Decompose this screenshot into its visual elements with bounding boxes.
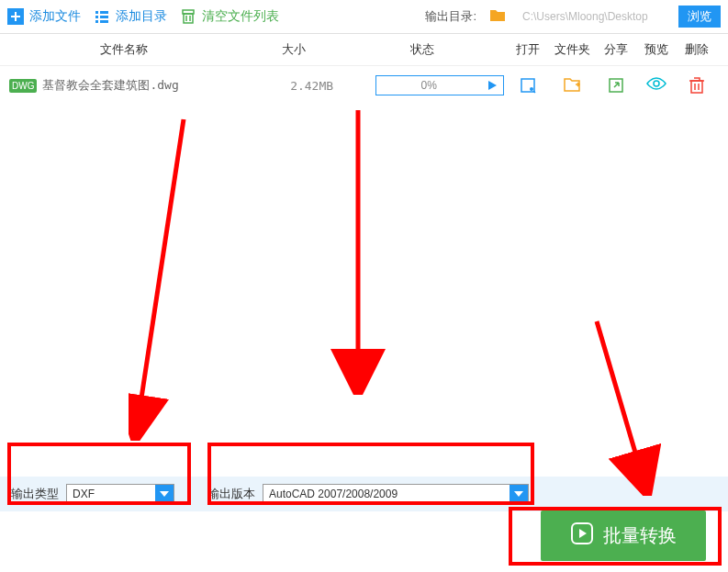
open-folder-icon[interactable] [554,76,590,95]
output-version-label: 输出版本 [207,486,255,502]
clear-icon [180,8,196,25]
add-folder-button[interactable]: 添加目录 [94,8,167,25]
plus-icon [7,8,24,25]
add-folder-label: 添加目录 [116,8,167,25]
file-name: 基督教会全套建筑图.dwg [42,77,256,94]
output-version-select[interactable]: AutoCAD 2007/2008/2009 [263,484,529,504]
annotation-arrow [330,101,386,395]
table-header: 文件名称 大小 状态 打开 文件夹 分享 预览 删除 [0,34,728,66]
list-icon [94,8,110,25]
chevron-down-icon [510,485,528,503]
convert-button-label: 批量转换 [603,523,677,548]
bottom-bar: 输出类型 DXF 输出版本 AutoCAD 2007/2008/2009 [0,477,728,511]
header-open: 打开 [513,41,543,58]
output-type-value: DXF [67,488,155,500]
file-size: 2.42MB [257,79,367,93]
header-name: 文件名称 [9,41,239,58]
output-type-label: 输出类型 [11,486,59,502]
output-path: C:\Users\Mloong\Desktop [519,8,666,25]
file-row: DWG 基督教会全套建筑图.dwg 2.42MB 0% [0,66,728,105]
chevron-down-icon [155,485,174,503]
preview-icon[interactable] [642,76,671,95]
svg-line-22 [597,321,643,477]
header-preview: 预览 [642,41,671,58]
svg-point-12 [530,87,533,91]
output-version-value: AutoCAD 2007/2008/2009 [263,488,510,500]
svg-rect-4 [100,16,108,18]
svg-rect-6 [100,20,108,23]
svg-rect-3 [95,16,98,18]
output-type-select[interactable]: DXF [66,484,174,504]
svg-rect-5 [95,20,98,23]
play-circle-icon [570,522,594,550]
clear-list-label: 清空文件列表 [202,8,279,25]
annotation-arrow [588,312,661,496]
svg-rect-1 [95,11,98,14]
play-icon [481,80,503,91]
progress-text: 0% [376,79,481,92]
clear-list-button[interactable]: 清空文件列表 [180,8,279,25]
browse-button[interactable]: 浏览 [678,6,721,28]
annotation-arrow [129,110,202,441]
header-share: 分享 [601,41,631,58]
svg-rect-8 [184,14,193,23]
header-delete: 删除 [682,41,711,58]
batch-convert-button[interactable]: 批量转换 [541,510,706,561]
open-file-icon[interactable] [513,76,543,95]
file-type-badge: DWG [9,79,37,93]
folder-icon [489,8,506,25]
delete-icon[interactable] [682,76,711,95]
svg-rect-2 [100,11,108,14]
header-folder: 文件夹 [554,41,590,58]
progress-bar[interactable]: 0% [375,75,504,95]
share-icon[interactable] [601,76,631,95]
header-status: 状态 [349,41,496,58]
svg-line-20 [138,119,184,422]
output-dir-label: 输出目录: [425,8,476,25]
svg-point-15 [654,81,659,86]
add-file-label: 添加文件 [29,8,81,25]
header-size: 大小 [239,41,349,58]
svg-rect-16 [691,81,702,93]
add-file-button[interactable]: 添加文件 [7,8,81,25]
